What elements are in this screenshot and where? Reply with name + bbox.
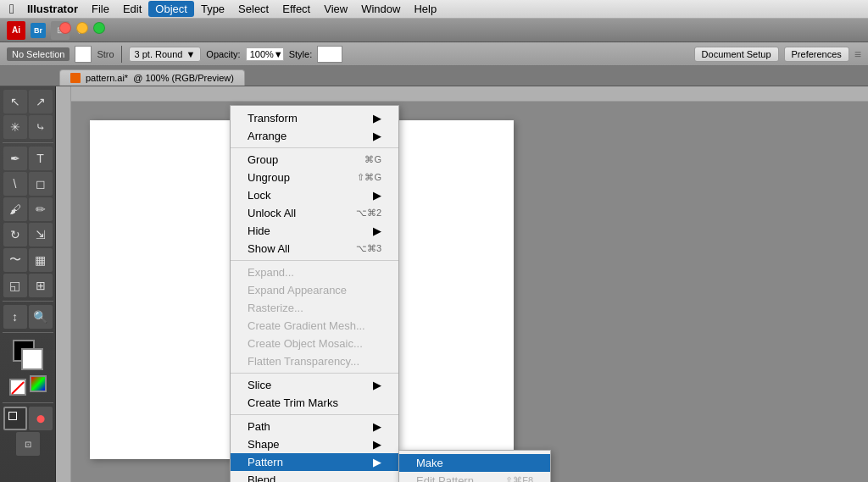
apple-menu[interactable]: : [3, 0, 20, 19]
background-color[interactable]: [21, 348, 43, 370]
preferences-button[interactable]: Preferences: [784, 47, 849, 62]
menu-expand[interactable]: Expand...: [231, 263, 398, 281]
main-toolbar: Ai Br ⊞ ▼: [0, 19, 868, 42]
tab-info: @ 100% (RGB/Preview): [133, 73, 234, 83]
drawing-mode-normal[interactable]: [3, 407, 27, 430]
style-label: Style:: [289, 49, 313, 59]
menubar-effect[interactable]: Effect: [275, 1, 317, 17]
menubar-help[interactable]: Help: [407, 1, 443, 17]
pen-tool[interactable]: ✒: [3, 147, 27, 170]
mesh-tool[interactable]: ⊞: [29, 274, 53, 297]
ai-logo: Ai: [7, 21, 25, 40]
color-area: [13, 340, 43, 370]
menu-object-mosaic[interactable]: Create Object Mosaic...: [231, 335, 398, 352]
menu-separator-4: [231, 414, 398, 415]
move-tool[interactable]: ↕: [3, 305, 27, 329]
menu-transform[interactable]: Transform ▶: [231, 109, 398, 127]
scale-tool[interactable]: ⇲: [29, 223, 53, 247]
minimize-button[interactable]: [76, 22, 88, 34]
menu-hide[interactable]: Hide ▶: [231, 222, 398, 240]
direct-select-tool[interactable]: ↗: [29, 90, 53, 114]
menu-flatten-transparency[interactable]: Flatten Transparency...: [231, 352, 398, 370]
menu-show-all[interactable]: Show All ⌥⌘3: [231, 240, 398, 258]
drawing-mode-behind[interactable]: ⬤: [29, 407, 53, 430]
opacity-label: Opacity:: [206, 49, 240, 59]
maximize-button[interactable]: [93, 22, 105, 34]
menu-lock[interactable]: Lock ▶: [231, 186, 398, 204]
style-box[interactable]: [317, 46, 342, 63]
rotate-tool[interactable]: ↻: [3, 223, 27, 247]
window-controls: [59, 22, 105, 34]
paintbrush-tool[interactable]: 🖌: [3, 197, 27, 221]
brush-dropdown-arrow: ▼: [186, 49, 195, 59]
select-tool[interactable]: ↖: [3, 90, 27, 114]
options-toolbar: No Selection Stro 3 pt. Round ▼ Opacity:…: [0, 42, 868, 66]
zoom-tool[interactable]: 🔍: [29, 305, 53, 329]
none-color[interactable]: [9, 379, 26, 396]
stroke-label: Stro: [97, 49, 114, 59]
menu-rasterize[interactable]: Rasterize...: [231, 299, 398, 317]
menu-path[interactable]: Path ▶: [231, 418, 398, 435]
menu-group[interactable]: Group ⌘G: [231, 151, 398, 169]
menubar-select[interactable]: Select: [231, 1, 275, 17]
close-button[interactable]: [59, 22, 71, 34]
object-menu: Transform ▶ Arrange ▶ Group ⌘G Ungroup ⇧…: [230, 105, 399, 482]
document-tab[interactable]: pattern.ai* @ 100% (RGB/Preview): [59, 69, 245, 86]
line-tool[interactable]: \: [3, 172, 27, 196]
gradient-tool[interactable]: ◱: [3, 274, 27, 297]
menu-shape[interactable]: Shape ▶: [231, 435, 398, 453]
menubar-view[interactable]: View: [317, 1, 354, 17]
pencil-tool[interactable]: ✏: [29, 197, 53, 221]
warp-tool[interactable]: 〜: [3, 248, 27, 272]
pattern-submenu: Make Edit Pattern ⇧⌘F8 Tile Edge Color..…: [398, 450, 551, 482]
menu-arrange[interactable]: Arrange ▶: [231, 127, 398, 145]
menubar-illustrator[interactable]: Illustrator: [20, 1, 85, 17]
menu-pattern[interactable]: Pattern ▶ Make Edit Pattern ⇧⌘F8 Tile Ed…: [231, 453, 398, 471]
br-logo[interactable]: Br: [31, 23, 46, 38]
fill-color[interactable]: [75, 46, 92, 63]
brush-dropdown[interactable]: 3 pt. Round ▼: [129, 47, 202, 62]
brush-label: 3 pt. Round: [135, 49, 183, 59]
menu-separator-3: [231, 373, 398, 374]
selection-indicator: No Selection: [7, 47, 70, 61]
menubar-object[interactable]: Object: [148, 1, 194, 17]
gradient-swatch[interactable]: [30, 375, 47, 392]
menu-expand-appearance[interactable]: Expand Appearance: [231, 281, 398, 299]
ruler-horizontal: [56, 86, 868, 102]
menu-gradient-mesh[interactable]: Create Gradient Mesh...: [231, 317, 398, 335]
screen-mode[interactable]: ⊡: [16, 432, 40, 456]
type-tool[interactable]: T: [29, 147, 53, 170]
magic-wand-tool[interactable]: ✳: [3, 115, 27, 139]
tab-filename: pattern.ai*: [86, 73, 128, 83]
menubar:  Illustrator File Edit Object Type Sele…: [0, 0, 868, 19]
pattern-edit[interactable]: Edit Pattern ⇧⌘F8: [399, 472, 550, 482]
menubar-file[interactable]: File: [85, 1, 116, 17]
menu-blend[interactable]: Blend: [231, 471, 398, 482]
tab-file-icon: [70, 73, 81, 83]
panel-icon[interactable]: ≡: [854, 47, 861, 61]
menu-unlock-all[interactable]: Unlock All ⌥⌘2: [231, 204, 398, 222]
tabbar: pattern.ai* @ 100% (RGB/Preview): [0, 66, 868, 86]
menu-slice[interactable]: Slice ▶: [231, 376, 398, 394]
menu-separator-2: [231, 260, 398, 261]
menubar-window[interactable]: Window: [354, 1, 407, 17]
menu-create-trim-marks[interactable]: Create Trim Marks: [231, 394, 398, 412]
lasso-tool[interactable]: ⤷: [29, 115, 53, 139]
main-area: ↖ ↗ ✳ ⤷ ✒ T \ ◻ 🖌 ✏ ↻ ⇲ 〜 ▦ ◱ ⊞: [0, 86, 868, 482]
pattern-make[interactable]: Make: [399, 454, 550, 472]
menu-ungroup[interactable]: Ungroup ⇧⌘G: [231, 169, 398, 186]
ruler-vertical: [56, 86, 71, 482]
menubar-type[interactable]: Type: [194, 1, 231, 17]
canvas-area: Transform ▶ Arrange ▶ Group ⌘G Ungroup ⇧…: [56, 86, 868, 482]
menubar-edit[interactable]: Edit: [116, 1, 148, 17]
opacity-input[interactable]: 100% ▼: [246, 47, 284, 61]
left-toolbar: ↖ ↗ ✳ ⤷ ✒ T \ ◻ 🖌 ✏ ↻ ⇲ 〜 ▦ ◱ ⊞: [0, 86, 56, 482]
shape-tool[interactable]: ◻: [29, 172, 53, 196]
menu-separator: [231, 147, 398, 148]
graph-tool[interactable]: ▦: [29, 248, 53, 272]
fg-bg-colors: [13, 340, 43, 370]
document-setup-button[interactable]: Document Setup: [694, 47, 779, 62]
